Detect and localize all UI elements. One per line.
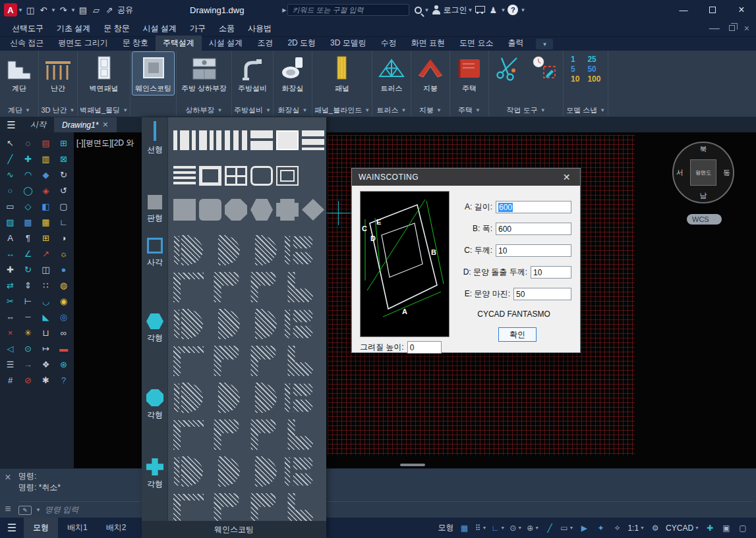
ribbon-group-작업 도구[interactable]: 작업 도구▼: [491, 104, 561, 117]
search-input[interactable]: [287, 4, 409, 16]
pattern-thumb-octagon[interactable]: [225, 199, 247, 221]
connect-caret-icon[interactable]: ▼: [500, 3, 506, 17]
ribbon-button-벽면패널[interactable]: 벽면패널: [87, 52, 121, 95]
stretch-tool[interactable]: ⇔: [1, 309, 19, 325]
file-tabs-menu-icon[interactable]: ☰: [0, 117, 22, 132]
pattern-thumb-bar-d[interactable]: [173, 309, 204, 339]
ribbon-button-웨인스코팅[interactable]: 웨인스코팅: [132, 52, 174, 95]
hatch-tool[interactable]: ▨: [1, 214, 19, 230]
pattern-thumb-hstripes[interactable]: [173, 166, 196, 186]
mirror-tool[interactable]: ⇄: [1, 277, 19, 293]
command-customize-icon[interactable]: ≡: [5, 503, 11, 515]
group-tool[interactable]: ❖: [37, 356, 55, 372]
command-input-row[interactable]: ✎ ▼ 명령 입력: [18, 501, 753, 516]
match-properties-tool[interactable]: →: [19, 356, 37, 372]
ribbon-button-주방 상하부장[interactable]: 주방 상하부장: [179, 52, 229, 95]
snap-value-100[interactable]: 100: [587, 74, 600, 84]
ribbon-group-주택[interactable]: 주택▼: [452, 104, 486, 117]
ribbon-tab-도면 요소[interactable]: 도면 요소: [452, 36, 500, 51]
ribbon-group-벽패널_몰딩[interactable]: 벽패널_몰딩▼: [80, 104, 128, 117]
pattern-thumb-pshape[interactable]: [210, 346, 241, 376]
pattern-thumb-pshape[interactable]: [247, 419, 277, 450]
status-menu-icon[interactable]: ☰: [0, 518, 24, 538]
navigation-compass[interactable]: 북 남 서 동 평면도: [672, 142, 734, 203]
app-menu-caret-icon[interactable]: ▼: [17, 3, 24, 17]
pattern-thumb-corner[interactable]: [173, 346, 204, 376]
pattern-thumb-corner[interactable]: [173, 419, 204, 450]
ribbon-group-모델 스냅[interactable]: 모델 스냅▼: [566, 104, 606, 117]
join-tool[interactable]: ⊔: [37, 325, 55, 340]
layout-tab-배치1[interactable]: 배치1: [58, 518, 97, 538]
close-button[interactable]: ×: [727, 0, 756, 20]
material-tool[interactable]: ●: [55, 261, 73, 277]
polyline-tool[interactable]: ∿: [1, 167, 19, 182]
pattern-thumb-bsmall[interactable]: [284, 493, 314, 524]
render-tool[interactable]: ◍: [55, 277, 73, 293]
wcs-selector[interactable]: WCS▼: [687, 214, 722, 225]
pattern-thumb-square[interactable]: [173, 199, 196, 221]
ribbon-button-scissors-icon[interactable]: [491, 52, 525, 84]
pattern-thumb-frame[interactable]: [199, 166, 221, 186]
pattern-thumb-dwedge[interactable]: [247, 235, 277, 265]
snap-value-5[interactable]: 5: [571, 65, 579, 74]
pattern-thumb-edge[interactable]: [321, 383, 326, 413]
menu-item-사용법[interactable]: 사용법: [241, 20, 278, 37]
pattern-thumb-pshape[interactable]: [210, 419, 241, 450]
table-tool[interactable]: ⊞: [37, 230, 55, 246]
ribbon-tab-시설 설계[interactable]: 시설 설계: [202, 36, 250, 51]
pattern-category-선형-0[interactable]: 선형: [142, 121, 168, 155]
doc-restore-icon[interactable]: [729, 25, 735, 31]
login-person-icon[interactable]: [432, 5, 441, 14]
move-tool[interactable]: ✚: [1, 261, 19, 277]
redo-caret-icon[interactable]: ▼: [70, 3, 76, 17]
command-input[interactable]: 명령 입력: [45, 504, 78, 516]
pattern-thumb-edge[interactable]: [321, 346, 326, 376]
line-tool[interactable]: ╱: [1, 151, 19, 167]
pattern-category-각형-5[interactable]: 각형: [142, 458, 168, 490]
compass-east[interactable]: 동: [723, 168, 730, 178]
pattern-thumb-edge[interactable]: [321, 456, 326, 487]
annotation-scale-label[interactable]: 1:1▼: [625, 520, 647, 536]
pattern-thumb-dwedge[interactable]: [210, 383, 241, 413]
trim-tool[interactable]: ✂: [1, 293, 19, 309]
pan-tool[interactable]: ✚: [19, 151, 37, 167]
pattern-category-각형-3[interactable]: 각형: [142, 313, 168, 344]
annotation-visibility-icon[interactable]: ✦: [593, 520, 608, 536]
ribbon-tab-화면 표현[interactable]: 화면 표현: [404, 36, 452, 51]
command-input-icon[interactable]: ✎: [18, 506, 32, 515]
pattern-thumb-round-frame[interactable]: [250, 166, 273, 186]
snap-value-25[interactable]: 25: [587, 55, 600, 64]
ribbon-tab-2D 도형[interactable]: 2D 도형: [280, 36, 323, 51]
image-tool[interactable]: ▦: [37, 214, 55, 230]
gradient-tool[interactable]: ▩: [19, 214, 37, 230]
ribbon-button-트러스[interactable]: 트러스: [374, 52, 409, 95]
ribbon-tab-출력[interactable]: 출력: [500, 36, 531, 51]
dialog-field-input-4[interactable]: 50: [513, 288, 571, 300]
ortho-mode-icon[interactable]: ⊙▼: [508, 520, 524, 536]
redo-icon[interactable]: ↷: [57, 3, 70, 17]
pattern-thumb-vbars-c[interactable]: [225, 130, 247, 150]
ribbon-group-상하부장[interactable]: 상하부장▼: [179, 104, 229, 117]
section-tool[interactable]: ▬: [55, 340, 73, 356]
pattern-thumb-edge[interactable]: [321, 272, 326, 302]
ribbon-tab-문 창호[interactable]: 문 창호: [115, 36, 156, 51]
ribbon-options-icon[interactable]: ▼: [536, 39, 553, 49]
maximize-button[interactable]: [698, 0, 727, 20]
insert-block-tool[interactable]: ◈: [37, 182, 55, 198]
pattern-thumb-rsquare[interactable]: [199, 199, 221, 221]
distance-tool[interactable]: ↦: [37, 340, 55, 356]
viewport-label[interactable]: [-][평면도][2D 와: [76, 138, 134, 149]
mtext-tool[interactable]: ¶: [19, 230, 37, 246]
login-caret-icon[interactable]: ▼: [467, 3, 473, 17]
pattern-thumb-diamond[interactable]: [302, 199, 324, 221]
pattern-thumb-fsquare[interactable]: [276, 199, 299, 221]
pattern-thumb-dwedge[interactable]: [247, 456, 277, 487]
store-cart-icon[interactable]: [475, 6, 485, 14]
monitor-icon[interactable]: ▣: [718, 520, 734, 536]
help-tool[interactable]: ?: [55, 372, 73, 388]
copy-tool[interactable]: ◫: [37, 261, 55, 277]
login-button[interactable]: 로그인: [443, 5, 467, 16]
pattern-thumb-dwedge[interactable]: [210, 235, 241, 265]
pattern-thumb-dwedge[interactable]: [247, 309, 277, 339]
undo-icon[interactable]: ↶: [37, 3, 50, 17]
